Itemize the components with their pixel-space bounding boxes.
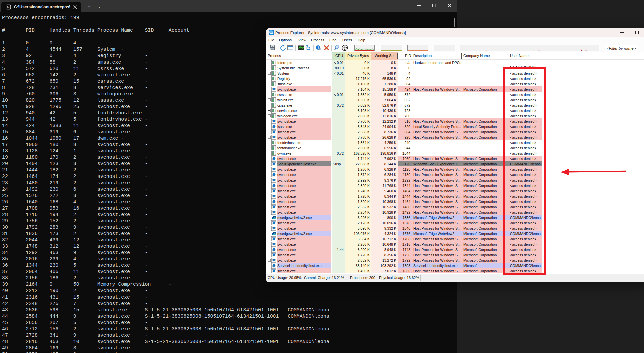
- svg-text:C:\: C:\: [7, 6, 9, 8]
